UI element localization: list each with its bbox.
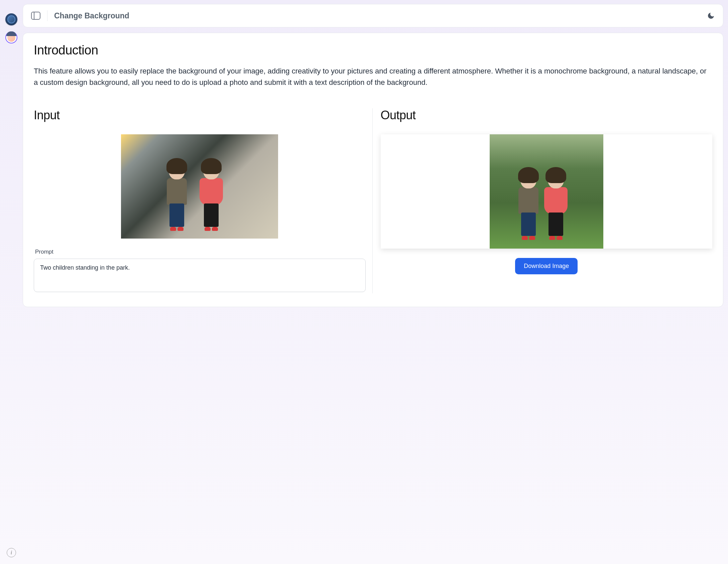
sidebar-rail: i	[0, 0, 23, 564]
output-heading: Output	[381, 108, 713, 122]
introduction-text: This feature allows you to easily replac…	[34, 65, 712, 88]
page-title: Change Background	[54, 11, 129, 20]
input-heading: Input	[34, 108, 366, 122]
prompt-input[interactable]	[34, 259, 366, 292]
content-card: Introduction This feature allows you to …	[23, 33, 723, 307]
output-image-frame	[381, 134, 713, 249]
app-logo-icon[interactable]	[5, 13, 17, 25]
header-bar: Change Background	[23, 4, 723, 27]
download-image-button[interactable]: Download Image	[515, 258, 578, 274]
output-image[interactable]	[490, 134, 603, 249]
output-column: Output	[372, 108, 713, 293]
panel-toggle-icon[interactable]	[31, 12, 40, 20]
dark-mode-icon[interactable]	[707, 12, 715, 20]
introduction-heading: Introduction	[34, 43, 712, 57]
main-area: Change Background Introduction This feat…	[23, 0, 728, 564]
info-icon[interactable]: i	[7, 548, 16, 557]
prompt-label: Prompt	[34, 249, 366, 255]
avatar-icon[interactable]	[5, 31, 17, 43]
divider	[47, 10, 47, 21]
input-image[interactable]	[121, 134, 278, 239]
input-column: Input Prompt	[34, 108, 372, 293]
io-grid: Input Prompt	[34, 108, 712, 293]
